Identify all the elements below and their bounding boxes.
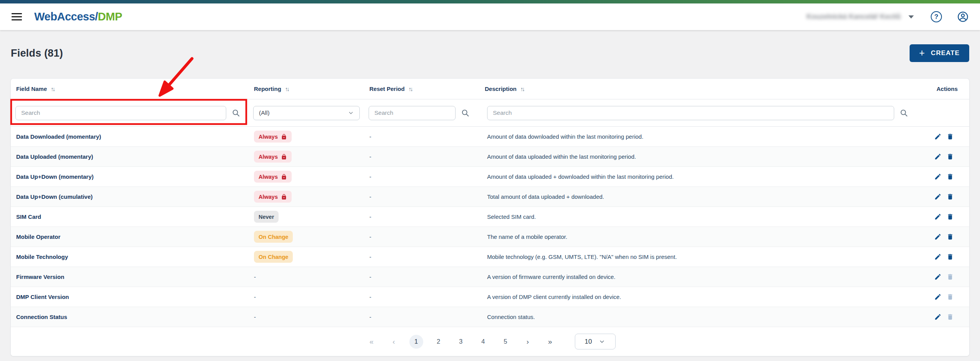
actions-cell (931, 273, 969, 280)
field-name-cell: Data Downloaded (momentary) (11, 133, 249, 140)
actions-cell (931, 153, 969, 160)
sort-icon[interactable]: ↑↓ (51, 86, 54, 92)
delete-icon[interactable] (947, 233, 954, 240)
chevron-down-icon (599, 338, 605, 345)
app-logo[interactable]: WebAccess/DMP (34, 10, 122, 23)
create-button-label: CREATE (931, 49, 960, 57)
delete-icon[interactable] (947, 133, 954, 140)
edit-icon[interactable] (934, 293, 942, 301)
pagination-page-4[interactable]: 4 (476, 335, 490, 349)
hamburger-menu-icon[interactable] (12, 13, 22, 20)
reporting-cell: Never (249, 211, 364, 223)
edit-icon[interactable] (934, 313, 942, 321)
reporting-empty-value: - (254, 314, 256, 320)
delete-icon[interactable] (947, 253, 954, 260)
table-row: SIM CardNever-Selected SIM card. (11, 207, 969, 227)
description-cell: Total amount of data uploaded + download… (479, 193, 931, 200)
table-body: Data Downloaded (momentary)Always-Amount… (11, 127, 969, 327)
field-name-cell: DMP Client Version (11, 294, 249, 300)
reporting-cell: - (249, 314, 364, 321)
description-cell: A version of DMP client currently instal… (479, 294, 931, 300)
description-cell: The name of a mobile operator. (479, 233, 931, 240)
column-header-reset-period[interactable]: Reset Period ↑↓ (364, 86, 479, 92)
page-size-select[interactable]: 10 (575, 334, 616, 349)
field-name-cell: Data Up+Down (momentary) (11, 173, 249, 180)
table-header-row: Field Name ↑↓ Reporting ↑↓ Reset Period … (11, 79, 969, 99)
edit-icon[interactable] (934, 153, 942, 160)
sort-icon[interactable]: ↑↓ (409, 86, 412, 92)
description-cell: A version of firmware currently installe… (479, 274, 931, 280)
logo-primary-text: WebAccess/ (34, 10, 98, 23)
field-name-cell: SIM Card (11, 213, 249, 220)
actions-cell (931, 233, 969, 240)
pagination: « ‹ 1 2 3 4 5 › » 10 (11, 327, 969, 356)
field-name-search-input[interactable] (15, 106, 226, 120)
edit-icon[interactable] (934, 173, 942, 180)
pagination-next-button[interactable]: › (521, 335, 535, 349)
pagination-last-button[interactable]: » (543, 335, 557, 349)
column-header-description[interactable]: Description ↑↓ (479, 86, 931, 92)
reset-period-search-input[interactable] (369, 106, 456, 120)
description-cell: Mobile technology (e.g. GSM, UMTS, LTE).… (479, 254, 931, 260)
reporting-cell: - (249, 294, 364, 301)
lock-icon (281, 134, 287, 140)
search-icon[interactable] (461, 109, 469, 117)
edit-icon[interactable] (934, 193, 942, 200)
sort-icon[interactable]: ↑↓ (521, 86, 524, 92)
reporting-badge: Always (254, 151, 292, 163)
screen: WebAccess/DMP Kouzelnická Kancelář Keclí… (0, 0, 980, 361)
description-cell: Amount of data uploaded + downloaded wit… (479, 173, 931, 180)
reset-period-filter-cell (364, 106, 479, 120)
description-cell: Amount of data downloaded within the las… (479, 133, 931, 140)
edit-icon[interactable] (934, 273, 942, 280)
actions-cell (931, 193, 969, 200)
edit-icon[interactable] (934, 253, 942, 260)
search-icon[interactable] (232, 109, 240, 117)
pagination-page-1[interactable]: 1 (409, 335, 423, 349)
table-row: Data Uploaded (momentary)Always-Amount o… (11, 147, 969, 167)
app-header: WebAccess/DMP Kouzelnická Kancelář Keclí… (0, 3, 980, 30)
page-size-value: 10 (585, 338, 592, 346)
reset-period-cell: - (364, 153, 479, 160)
column-header-field-name[interactable]: Field Name ↑↓ (11, 86, 249, 92)
edit-icon[interactable] (934, 213, 942, 220)
reporting-cell: On Change (249, 251, 364, 263)
pagination-page-5[interactable]: 5 (499, 335, 513, 349)
edit-icon[interactable] (934, 233, 942, 240)
top-gradient-bar (0, 0, 980, 3)
reporting-badge: Never (254, 211, 279, 223)
pagination-first-button[interactable]: « (365, 335, 379, 349)
delete-icon[interactable] (947, 213, 954, 220)
search-icon[interactable] (900, 109, 908, 117)
pagination-page-3[interactable]: 3 (454, 335, 468, 349)
delete-icon[interactable] (947, 173, 954, 180)
user-account-icon[interactable] (957, 11, 968, 22)
field-name-cell: Mobile Technology (11, 254, 249, 260)
pagination-page-2[interactable]: 2 (432, 335, 446, 349)
reporting-badge: Always (254, 171, 292, 183)
create-button[interactable]: + CREATE (910, 44, 969, 62)
plus-icon: + (919, 47, 925, 59)
delete-icon[interactable] (947, 153, 954, 160)
delete-icon (947, 313, 954, 321)
delete-icon[interactable] (947, 193, 954, 200)
reset-period-cell: - (364, 314, 479, 320)
edit-icon[interactable] (934, 133, 942, 140)
account-dropdown-caret-icon[interactable] (908, 15, 914, 18)
delete-icon (947, 273, 954, 280)
pagination-prev-button[interactable]: ‹ (387, 335, 401, 349)
reporting-cell: Always (249, 131, 364, 143)
reporting-filter-select[interactable]: (All) (253, 106, 360, 120)
reporting-empty-value: - (254, 294, 256, 300)
description-search-input[interactable] (487, 106, 894, 120)
column-header-reporting[interactable]: Reporting ↑↓ (249, 86, 364, 92)
sort-icon[interactable]: ↑↓ (285, 86, 289, 92)
reporting-badge: Always (254, 131, 292, 143)
reporting-badge: On Change (254, 251, 293, 263)
fields-table-panel: Field Name ↑↓ Reporting ↑↓ Reset Period … (10, 78, 970, 356)
lock-icon (281, 174, 287, 180)
help-icon[interactable]: ? (931, 11, 942, 22)
column-header-actions: Actions (931, 86, 970, 92)
reporting-filter-value: (All) (259, 109, 270, 116)
lock-icon (281, 154, 287, 160)
